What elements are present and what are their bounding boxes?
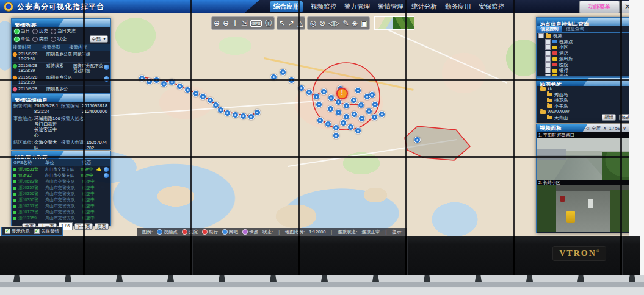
video-page-down-icon[interactable]: ∨: [623, 126, 626, 131]
video-prev-icon[interactable]: ◁: [585, 126, 589, 131]
police-row[interactable]: 浙J0231警舟山市交警支队巡逻中: [12, 203, 110, 209]
menu-item-duty-app[interactable]: 勤务应用: [445, 2, 471, 11]
erase-icon[interactable]: ◈: [352, 18, 357, 29]
map-marker[interactable]: [366, 108, 372, 115]
video-fullscreen-button[interactable]: 全屏: [592, 126, 601, 132]
map-marker[interactable]: [248, 113, 255, 120]
radio-unit[interactable]: 单位: [14, 36, 30, 42]
pan-icon[interactable]: ✛: [232, 18, 238, 29]
map-marker[interactable]: [325, 121, 331, 127]
map-marker[interactable]: [333, 132, 339, 139]
map-marker[interactable]: [328, 94, 335, 101]
radio-status[interactable]: 状态: [51, 36, 67, 42]
map-marker[interactable]: [335, 99, 342, 105]
scope-dropdown[interactable]: 全部▼: [90, 35, 108, 43]
add-bookmark-button[interactable]: 新增: [602, 114, 616, 121]
info-icon[interactable]: ⓘ: [265, 18, 272, 29]
menu-item-video-monitor[interactable]: 视频监控: [311, 2, 336, 11]
locate-police-icon[interactable]: [104, 167, 109, 172]
overview-map-thumbnail[interactable]: [374, 16, 414, 30]
map-marker[interactable]: [372, 101, 378, 108]
clear-selection-icon[interactable]: ⊗: [319, 18, 325, 29]
tab-info-control[interactable]: 信息控制: [537, 26, 562, 32]
map-marker[interactable]: [369, 91, 375, 98]
checkbox-icon[interactable]: [545, 44, 551, 50]
menu-item-statistics[interactable]: 统计分析: [411, 2, 437, 11]
police-row[interactable]: 浙J0350警舟山市交警支队巡逻中: [12, 197, 110, 203]
police-row[interactable]: 巡逻32 舟山市交警支队 巡逻中: [12, 172, 110, 179]
map-marker[interactable]: [254, 109, 261, 116]
map-marker[interactable]: [371, 114, 378, 121]
map-marker[interactable]: [358, 115, 365, 122]
select-point-icon[interactable]: ↖: [279, 18, 285, 29]
export-icon[interactable]: ▣: [361, 18, 367, 29]
map-marker[interactable]: [280, 69, 286, 76]
select-line-icon[interactable]: ↗: [288, 18, 294, 29]
map-marker[interactable]: [351, 111, 358, 118]
map-marker[interactable]: [355, 87, 361, 94]
checkbox-icon[interactable]: [545, 62, 551, 68]
map-marker[interactable]: [240, 113, 247, 119]
full-extent-icon[interactable]: ⇲: [241, 18, 247, 29]
map-marker[interactable]: [327, 105, 334, 112]
map-marker[interactable]: [316, 101, 322, 108]
map-marker[interactable]: [343, 102, 350, 109]
video-page-up-icon[interactable]: ∧: [603, 126, 607, 131]
map-marker[interactable]: [176, 83, 183, 90]
locate-police-icon[interactable]: [104, 173, 109, 178]
checkbox-show-info[interactable]: 显示信息: [5, 229, 30, 235]
menu-item-security-monitor[interactable]: 安保监控: [479, 2, 504, 11]
menu-item-alert-mgmt[interactable]: 警情管理: [378, 2, 403, 11]
zoom-in-icon[interactable]: ⊕: [214, 18, 220, 29]
map-marker[interactable]: [358, 102, 364, 108]
map-marker[interactable]: [306, 89, 313, 96]
checkbox-icon[interactable]: [545, 56, 551, 62]
alert-row[interactable]: 2015/9/28 18:23:50 阳朔县乡公居 回拨未接: [12, 51, 110, 63]
map-marker[interactable]: [333, 124, 339, 131]
map-marker[interactable]: [200, 93, 206, 100]
map-marker[interactable]: [355, 127, 361, 134]
checkbox-icon[interactable]: [538, 33, 544, 38]
radio-today-follow[interactable]: 当日关注: [51, 28, 76, 34]
select-circle-icon[interactable]: ◎: [309, 18, 316, 29]
alert-row[interactable]: 2015/9/28 18:23:39 赌博线索 国资产分配不公引起纠纷: [12, 63, 110, 74]
map-marker[interactable]: [317, 117, 324, 124]
checkbox-icon[interactable]: [545, 39, 551, 44]
map-marker[interactable]: [335, 109, 342, 116]
police-row[interactable]: 浙J0357警舟山市交警支队巡逻中: [12, 185, 110, 191]
police-row[interactable]: 浙J17359舟山市交警支队巡逻中: [12, 215, 110, 221]
checkbox-icon[interactable]: [545, 51, 551, 56]
police-row[interactable]: 浙J0173警舟山市交警支队巡逻中: [12, 209, 110, 215]
map-marker[interactable]: [224, 110, 231, 116]
last-page-button[interactable]: 尾页: [95, 223, 109, 230]
map-marker[interactable]: [320, 88, 327, 95]
map-marker[interactable]: [350, 97, 357, 104]
menu-item-police-force[interactable]: 警力管理: [344, 2, 370, 11]
zoom-out-icon[interactable]: ⊖: [223, 18, 229, 29]
police-row[interactable]: 浙J0683警舟山市交警支队巡逻中: [12, 179, 110, 185]
map-marker[interactable]: [313, 93, 320, 100]
checkbox-linked-alerts[interactable]: 关联警情: [34, 229, 59, 235]
police-row[interactable]: 浙J0531警 舟山市交警支队 巡逻中: [12, 166, 110, 172]
function-menu-button[interactable]: 功能菜单: [579, 1, 620, 13]
map-marker[interactable]: [414, 137, 421, 143]
map-marker[interactable]: [378, 111, 385, 118]
map-marker[interactable]: [340, 119, 347, 126]
radio-history[interactable]: 历史: [32, 28, 48, 34]
checkbox-icon[interactable]: [545, 68, 551, 73]
police-row[interactable]: 浙J0356警舟山市交警支队巡逻中: [12, 191, 110, 197]
map-marker[interactable]: [232, 112, 239, 118]
map-marker[interactable]: [192, 90, 199, 97]
map-marker[interactable]: [161, 80, 167, 87]
alarm-marker[interactable]: !: [336, 88, 348, 99]
map-marker[interactable]: [217, 107, 224, 113]
checkbox-icon[interactable]: [545, 74, 551, 77]
swipe-icon[interactable]: ◁▷: [328, 18, 339, 29]
radio-type[interactable]: 类型: [32, 36, 48, 42]
tab-info-query[interactable]: 信息查询: [562, 26, 588, 32]
alert-row[interactable]: 2015/9/28 阳朔县乡公: [12, 86, 110, 92]
radio-today[interactable]: 当日: [14, 28, 30, 34]
draw-icon[interactable]: ✎: [342, 18, 349, 29]
gps-icon[interactable]: GPS: [250, 20, 262, 27]
locate-alert-icon[interactable]: [104, 65, 109, 70]
